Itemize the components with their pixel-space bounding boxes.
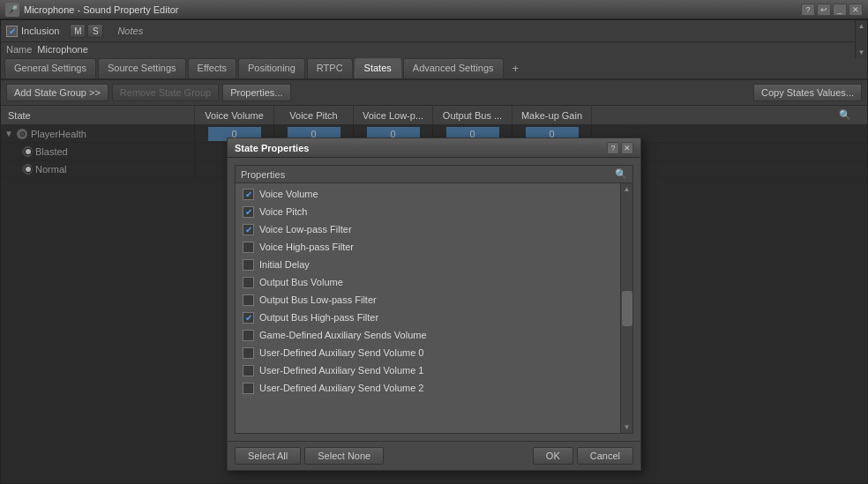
prop-checkbox-voice-volume[interactable]: ✔ xyxy=(243,189,254,200)
title-bar: 🎤 Microphone - Sound Property Editor ? ↩… xyxy=(0,0,868,19)
prop-item-user-defined-1[interactable]: User-Defined Auxiliary Send Volume 1 xyxy=(236,361,620,379)
inclusion-label: Inclusion xyxy=(21,26,59,36)
prop-item-voice-pitch[interactable]: ✔ Voice Pitch xyxy=(236,203,620,220)
name-label: Name xyxy=(6,44,32,55)
select-all-button[interactable]: Select All xyxy=(235,447,301,465)
help-button[interactable]: ? xyxy=(801,4,815,16)
window-controls: ? ↩ _ ✕ xyxy=(801,4,863,16)
tab-positioning[interactable]: Positioning xyxy=(238,58,305,78)
ok-button[interactable]: OK xyxy=(533,447,573,465)
m-button[interactable]: M xyxy=(70,24,86,38)
state-properties-dialog: State Properties ? ✕ Properties 🔍 xyxy=(227,138,641,471)
cancel-button[interactable]: Cancel xyxy=(577,447,633,465)
dialog-title-buttons: ? ✕ xyxy=(607,142,633,154)
tab-general-settings[interactable]: General Settings xyxy=(4,58,96,78)
tab-rtpc[interactable]: RTPC xyxy=(307,58,353,78)
scroll-down-arrow[interactable]: ▼ xyxy=(858,48,865,56)
properties-header: Properties 🔍 xyxy=(236,166,632,183)
header-voice-pitch: Voice Pitch xyxy=(274,106,354,124)
dialog-help-button[interactable]: ? xyxy=(607,142,619,154)
header-output-bus: Output Bus ... xyxy=(433,106,513,124)
toolbar-row: Add State Group >> Remove State Group Pr… xyxy=(1,80,867,106)
prop-item-game-defined[interactable]: Game-Defined Auxiliary Sends Volume xyxy=(236,326,620,344)
prop-item-output-bus-lowpass[interactable]: Output Bus Low-pass Filter xyxy=(236,291,620,309)
top-scrollbar[interactable]: ▲ ▼ xyxy=(855,20,867,58)
prop-item-voice-lowpass[interactable]: ✔ Voice Low-pass Filter xyxy=(236,220,620,238)
states-table-header: State Voice Volume Voice Pitch Voice Low… xyxy=(1,106,867,125)
prop-checkbox-voice-lowpass[interactable]: ✔ xyxy=(243,224,254,235)
tab-advanced-settings[interactable]: Advanced Settings xyxy=(403,58,504,78)
window-title: Microphone - Sound Property Editor xyxy=(24,4,801,15)
name-row: Name Microphone xyxy=(1,42,855,58)
properties-list-area: ✔ Voice Volume ✔ Voice Pitch xyxy=(236,183,632,433)
prop-scroll-down[interactable]: ▼ xyxy=(624,423,631,431)
prop-label-output-bus-lowpass: Output Bus Low-pass Filter xyxy=(259,294,377,305)
prop-item-output-bus-highpass[interactable]: ✔ Output Bus High-pass Filter xyxy=(236,309,620,326)
states-area: State Voice Volume Voice Pitch Voice Low… xyxy=(1,106,867,483)
properties-scrollbar[interactable]: ▲ ▼ xyxy=(620,183,632,433)
prop-item-user-defined-2[interactable]: User-Defined Auxiliary Send Volume 2 xyxy=(236,379,620,397)
prop-checkbox-voice-pitch[interactable]: ✔ xyxy=(243,206,254,218)
prop-checkbox-output-bus-volume[interactable] xyxy=(243,277,254,288)
prop-checkbox-game-defined[interactable] xyxy=(243,330,254,341)
prop-label-voice-lowpass: Voice Low-pass Filter xyxy=(259,224,352,235)
states-content: ▼ ⚙ PlayerHealth xyxy=(1,125,867,483)
properties-search-icon[interactable]: 🔍 xyxy=(615,168,627,180)
properties-button[interactable]: Properties... xyxy=(222,84,290,101)
prop-item-voice-highpass[interactable]: Voice High-pass Filter xyxy=(236,238,620,256)
dialog-close-button[interactable]: ✕ xyxy=(621,142,633,154)
dialog-content: Properties 🔍 ✔ Voice Volume xyxy=(228,158,640,441)
close-button[interactable]: ✕ xyxy=(849,4,863,16)
tab-effects[interactable]: Effects xyxy=(188,58,236,78)
prop-label-voice-pitch: Voice Pitch xyxy=(259,206,307,217)
copy-states-values-button[interactable]: Copy States Values... xyxy=(753,84,862,101)
prop-checkbox-voice-highpass[interactable] xyxy=(243,242,254,253)
inclusion-checkbox-area[interactable]: ✔ Inclusion xyxy=(6,26,59,37)
prop-label-voice-volume: Voice Volume xyxy=(259,189,318,199)
prop-item-initial-delay[interactable]: Initial Delay xyxy=(236,256,620,273)
prop-scroll-up[interactable]: ▲ xyxy=(624,185,631,193)
back-button[interactable]: ↩ xyxy=(817,4,831,16)
header-voice-lowpass: Voice Low-p... xyxy=(354,106,433,124)
tab-plus[interactable]: + xyxy=(505,58,527,78)
prop-item-voice-volume[interactable]: ✔ Voice Volume xyxy=(236,185,620,203)
add-state-group-button[interactable]: Add State Group >> xyxy=(6,84,108,101)
scroll-up-arrow[interactable]: ▲ xyxy=(858,22,865,30)
dialog-title-bar: State Properties ? ✕ xyxy=(228,138,640,158)
select-none-button[interactable]: Select None xyxy=(304,447,384,465)
prop-item-user-defined-0[interactable]: User-Defined Auxiliary Send Volume 0 xyxy=(236,344,620,361)
dialog-footer: Select All Select None OK Cancel xyxy=(228,441,640,470)
prop-checkbox-initial-delay[interactable] xyxy=(243,259,254,271)
prop-label-initial-delay: Initial Delay xyxy=(259,259,310,270)
ms-button-group: M S xyxy=(70,24,103,38)
main-window: ✔ Inclusion M S Notes Name Microphone ▲ … xyxy=(0,19,868,484)
prop-checkbox-output-bus-highpass[interactable]: ✔ xyxy=(243,312,254,324)
prop-checkbox-user-defined-0[interactable] xyxy=(243,347,254,359)
prop-checkbox-user-defined-1[interactable] xyxy=(243,365,254,376)
prop-item-output-bus-volume[interactable]: Output Bus Volume xyxy=(236,273,620,291)
s-button[interactable]: S xyxy=(87,24,103,38)
header-voice-volume: Voice Volume xyxy=(195,106,274,124)
tabs-row: General Settings Source Settings Effects… xyxy=(1,58,867,80)
prop-checkbox-output-bus-lowpass[interactable] xyxy=(243,294,254,306)
prop-label-output-bus-highpass: Output Bus High-pass Filter xyxy=(259,312,378,323)
header-state: State xyxy=(1,106,195,124)
prop-label-game-defined: Game-Defined Auxiliary Sends Volume xyxy=(259,330,427,340)
search-icon[interactable]: 🔍 xyxy=(839,109,867,121)
prop-scroll-thumb[interactable] xyxy=(622,291,632,326)
name-value: Microphone xyxy=(37,44,87,55)
minimize-button[interactable]: _ xyxy=(833,4,847,16)
inclusion-checkbox[interactable]: ✔ xyxy=(6,26,18,37)
remove-state-group-button[interactable]: Remove State Group xyxy=(112,84,219,101)
prop-label-user-defined-2: User-Defined Auxiliary Send Volume 2 xyxy=(259,383,423,393)
tab-source-settings[interactable]: Source Settings xyxy=(98,58,186,78)
tab-states[interactable]: States xyxy=(355,58,401,78)
app-icon: 🎤 xyxy=(5,3,19,17)
prop-label-output-bus-volume: Output Bus Volume xyxy=(259,277,343,287)
modal-overlay: State Properties ? ✕ Properties 🔍 xyxy=(1,125,867,483)
prop-label-user-defined-0: User-Defined Auxiliary Send Volume 0 xyxy=(259,347,423,358)
prop-label-voice-highpass: Voice High-pass Filter xyxy=(259,242,354,252)
properties-panel: Properties 🔍 ✔ Voice Volume xyxy=(235,165,633,434)
properties-list: ✔ Voice Volume ✔ Voice Pitch xyxy=(236,183,620,433)
prop-checkbox-user-defined-2[interactable] xyxy=(243,383,254,394)
